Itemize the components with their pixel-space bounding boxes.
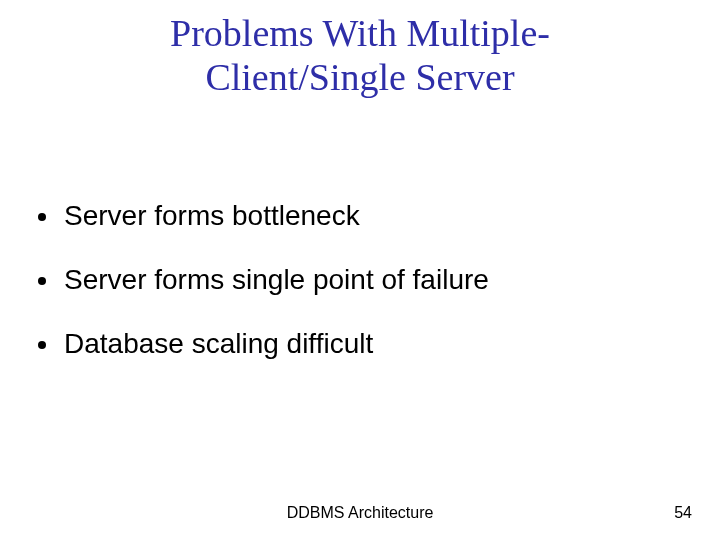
bullet-icon: [38, 213, 46, 221]
bullet-text: Server forms bottleneck: [64, 200, 360, 232]
bullet-icon: [38, 341, 46, 349]
slide: Problems With Multiple- Client/Single Se…: [0, 0, 720, 540]
page-number: 54: [674, 504, 692, 522]
list-item: Database scaling difficult: [38, 328, 680, 360]
list-item: Server forms single point of failure: [38, 264, 680, 296]
bullet-list: Server forms bottleneck Server forms sin…: [38, 200, 680, 392]
slide-title: Problems With Multiple- Client/Single Se…: [0, 12, 720, 99]
bullet-text: Database scaling difficult: [64, 328, 373, 360]
list-item: Server forms bottleneck: [38, 200, 680, 232]
footer-title: DDBMS Architecture: [0, 504, 720, 522]
bullet-text: Server forms single point of failure: [64, 264, 489, 296]
bullet-icon: [38, 277, 46, 285]
